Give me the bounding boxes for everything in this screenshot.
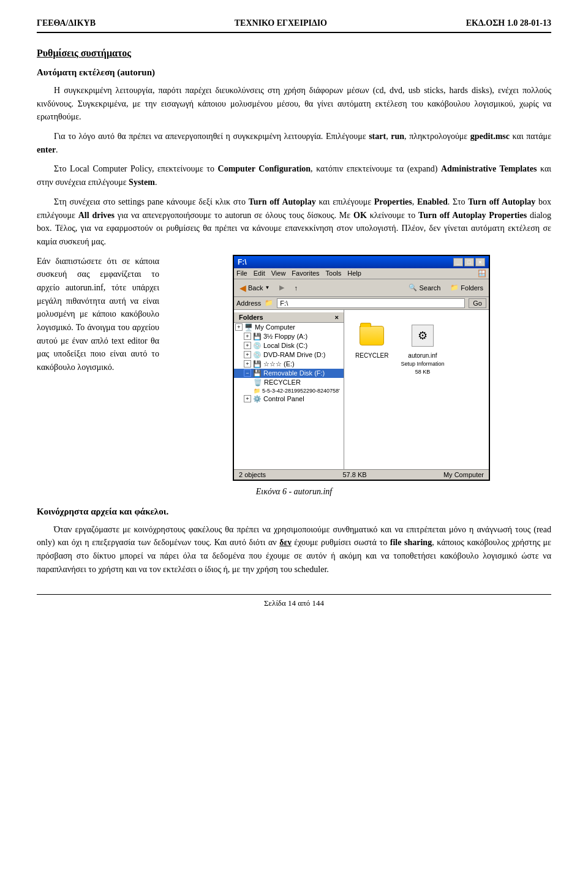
menu-help[interactable]: Help [347,270,361,277]
menu-favorites[interactable]: Favorites [292,270,319,277]
document-footer: Σελίδα 14 από 144 [37,594,551,608]
paragraph-1: Η συγκεκριμένη λειτουργία, παρότι παρέχε… [37,84,551,124]
titlebar-controls[interactable]: _ □ × [453,258,485,266]
keyword-all-drives: All drives [78,211,115,220]
explorer-body: Folders × + 🖥️ My Computer + 💾 3½ Floppy… [234,310,489,469]
header-right: ΕΚΔ.ΟΣΗ 1.0 28-01-13 [466,18,551,28]
paragraph-5-left: Εάν διαπιστώσετε ότι σε κάποια συσκευή σ… [37,255,159,374]
explorer-titlebar: F:\ _ □ × [234,256,489,268]
folder-icon: 📁 [254,388,260,394]
keyword-computer-configuration: Computer Configuration [218,164,311,173]
keyword-admin-templates: Administrative Templates [441,164,537,173]
explorer-title: F:\ [238,258,247,266]
expand-mycomputer[interactable]: + [235,323,243,331]
status-objects: 2 objects [239,471,266,478]
drive-e-icon: 💾 [253,360,262,368]
up-arrow-icon: ↑ [294,284,298,292]
localdisk-icon: 💿 [253,342,262,350]
mycomputer-icon: 🖥️ [244,323,253,331]
section2-paragraph-1: Όταν εργαζόμαστε με κοινόχρηστους φακέλο… [37,523,551,576]
minimize-button[interactable]: _ [453,258,463,266]
folder-item-localdisk[interactable]: + 💿 Local Disk (C:) [234,341,344,350]
maximize-button[interactable]: □ [464,258,474,266]
explorer-main-panel: RECYCLER ⚙ autorun.inf Setup Information… [344,310,489,469]
address-input[interactable]: F:\ [277,298,465,308]
menu-tools[interactable]: Tools [326,270,342,277]
recycler-large-icon [357,321,386,350]
folders-panel: Folders × + 🖥️ My Computer + 💾 3½ Floppy… [234,310,344,469]
folders-close-icon[interactable]: × [335,314,339,321]
address-label: Address [236,300,261,307]
explorer-menubar: File Edit View Favorites Tools Help 🪟 [234,268,489,279]
folder-item-controlpanel[interactable]: + ⚙️ Control Panel [234,394,344,404]
address-folder-icon: 📁 [265,299,273,307]
keyword-enabled: Enabled [417,197,448,206]
expand-floppy[interactable]: + [244,333,251,340]
back-button[interactable]: ◀ Back ▼ [236,281,273,295]
search-icon: 🔍 [409,284,417,292]
keyword-properties: Properties [374,197,412,206]
expand-dvd[interactable]: + [244,351,251,358]
forward-arrow-icon: ▶ [279,284,284,292]
figure-caption: Εικόνα 6 - autorun.inf [37,487,551,497]
folders-panel-header: Folders × [234,312,344,323]
status-size: 57.8 KB [342,471,366,478]
folder-item-recycler[interactable]: 🗑️ RECYCLER [234,378,344,387]
status-location: My Computer [443,471,484,478]
folder-item-longname[interactable]: 📁 5-5-3-42-2819952290-8240758' [234,387,344,394]
explorer-toolbar: ◀ Back ▼ ▶ ↑ 🔍 Search 📁 Folders [234,279,489,297]
recycler-folder-icon [360,326,384,345]
recycler-icon: 🗑️ [254,379,262,386]
document-header: ΓΕΕΘΑ/ΔΙΚΥΒ ΤΕΧΝΙΚΟ ΕΓΧΕΙΡΙΔΙΟ ΕΚΔ.ΟΣΗ 1… [37,18,551,33]
section-title: Ρυθμίσεις συστήματος [37,48,551,59]
paragraph-2: Για το λόγο αυτό θα πρέπει να απενεργοπο… [37,130,551,156]
left-column-text: Εάν διαπιστώσετε ότι σε κάποια συσκευή σ… [37,255,159,481]
controlpanel-icon: ⚙️ [253,395,262,403]
keyword-ok: OK [353,211,367,220]
footer-page-info: Σελίδα 14 από 144 [264,598,324,608]
removable-icon: 💾 [253,369,262,377]
back-dropdown-icon[interactable]: ▼ [265,285,270,290]
subsection-title: Αυτόματη εκτέλεση (autorun) [37,67,551,78]
main-files-row: RECYCLER ⚙ autorun.inf Setup Information… [349,315,484,381]
folder-item-removable[interactable]: − 💾 Removable Disk (F:) [234,369,344,378]
folders-button[interactable]: 📁 Folders [447,282,486,293]
autorun-filename: autorun.inf [408,352,437,359]
right-column-explorer: F:\ _ □ × File Edit View Favorites Tools… [172,255,551,481]
header-left: ΓΕΕΘΑ/ΔΙΚΥΒ [37,18,96,28]
autorun-large-icon: ⚙ [408,321,437,350]
keyword-turn-off-autoplay-props: Turn off Autoplay Properties [418,211,527,220]
keyword-den: δεν [279,538,292,547]
forward-button[interactable]: ▶ [276,282,287,293]
expand-localdisk[interactable]: + [244,342,251,349]
two-column-section: Εάν διαπιστώσετε ότι σε κάποια συσκευή σ… [37,255,551,481]
windows-logo-icon: 🪟 [478,270,486,277]
folder-item-floppy[interactable]: + 💾 3½ Floppy (A:) [234,332,344,341]
menu-file[interactable]: File [236,270,247,277]
up-button[interactable]: ↑ [291,282,301,293]
expand-removable[interactable]: − [244,369,251,377]
keyword-start: start [369,132,386,141]
keyword-enter: enter [37,145,56,154]
close-button[interactable]: × [475,258,485,266]
back-arrow-icon: ◀ [239,283,246,293]
keyword-turn-off-autoplay: Turn off Autoplay [249,197,316,206]
autorun-file-icon: ⚙ [412,325,434,347]
explorer-window: F:\ _ □ × File Edit View Favorites Tools… [233,255,490,481]
menu-edit[interactable]: Edit [254,270,265,277]
expand-e[interactable]: + [244,360,251,368]
folder-item-mycomputer[interactable]: + 🖥️ My Computer [234,323,344,332]
search-button[interactable]: 🔍 Search [405,282,443,293]
folder-item-e[interactable]: + 💾 ☆☆☆ (E:) [234,360,344,369]
go-button[interactable]: Go [469,298,486,308]
autorun-filesize: 58 KB [415,369,431,375]
explorer-statusbar: 2 objects 57.8 KB My Computer [234,469,489,480]
menu-view[interactable]: View [271,270,286,277]
recycler-label: RECYCLER [355,352,388,359]
paragraph-4: Στη συνέχεια στο settings pane κάνουμε δ… [37,195,551,249]
main-file-recycler[interactable]: RECYCLER [355,321,388,375]
folder-item-dvd[interactable]: + 💿 DVD-RAM Drive (D:) [234,350,344,360]
section2-title: Κοινόχρηστα αρχεία και φάκελοι. [37,507,551,517]
expand-controlpanel[interactable]: + [244,395,251,402]
main-file-autorun[interactable]: ⚙ autorun.inf Setup Information 58 KB [401,321,444,375]
